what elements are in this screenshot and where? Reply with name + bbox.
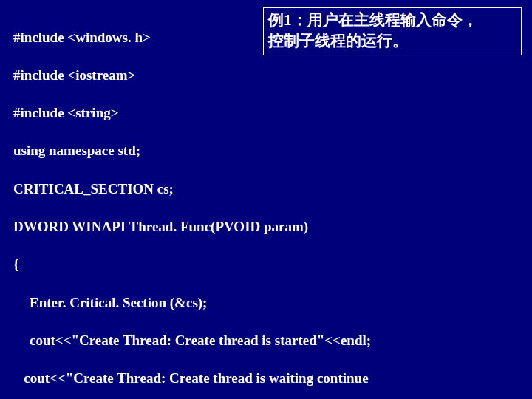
code-line: #include <string>	[13, 103, 519, 123]
code-line: cout<<"Create Thread: Create thread is w…	[13, 369, 519, 388]
code-listing: #include <windows. h> #include <iostream…	[13, 9, 519, 399]
code-line: Enter. Critical. Section (&cs);	[13, 293, 519, 313]
code-line: cout<<"Create Thread: Create thread is s…	[13, 331, 519, 350]
code-line: {	[13, 255, 519, 274]
callout-box: 例1：用户在主线程输入命令， 控制子线程的运行。	[263, 7, 522, 55]
callout-line-2: 控制子线程的运行。	[268, 30, 516, 51]
callout-line-1: 例1：用户在主线程输入命令，	[268, 10, 516, 30]
code-line: DWORD WINAPI Thread. Func(PVOID param)	[13, 217, 519, 236]
code-line: using namespace std;	[13, 141, 519, 160]
code-line: #include <iostream>	[13, 66, 519, 85]
code-line: CRITICAL_SECTION cs;	[13, 180, 519, 199]
